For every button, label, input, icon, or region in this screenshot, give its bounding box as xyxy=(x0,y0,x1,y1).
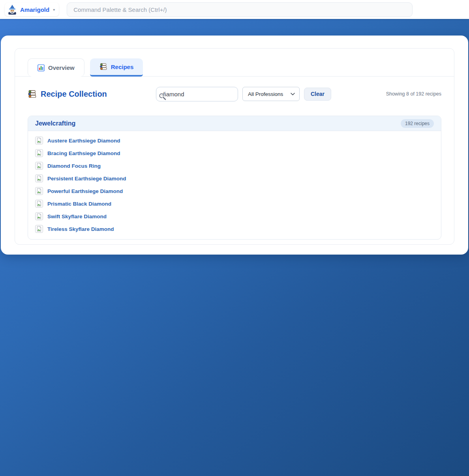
tab-overview[interactable]: Overview xyxy=(28,58,84,77)
character-page-card: Overview Recipes xyxy=(1,36,468,255)
character-menu[interactable]: Amarigold ▾ xyxy=(5,3,59,16)
profession-group-jewelcrafting: Jewelcrafting 192 recipes Austere Earths… xyxy=(28,116,441,240)
tabbed-panel: Overview Recipes xyxy=(15,48,454,245)
recipe-link[interactable]: Powerful Earthsiege Diamond xyxy=(28,185,441,197)
broken-image-icon xyxy=(35,200,43,208)
broken-image-icon xyxy=(35,187,43,195)
recipe-link[interactable]: Bracing Earthsiege Diamond xyxy=(28,147,441,159)
broken-image-icon xyxy=(35,174,43,182)
broken-image-icon xyxy=(35,137,43,144)
recipe-link[interactable]: Swift Skyflare Diamond xyxy=(28,210,441,223)
recipe-search-input[interactable] xyxy=(156,87,238,101)
hero-band xyxy=(0,19,469,36)
chevron-down-icon xyxy=(291,93,295,96)
recipe-controls-row: Recipe Collection All Professions xyxy=(28,85,441,103)
character-name: Amarigold xyxy=(20,6,49,13)
broken-image-icon xyxy=(35,149,43,157)
recipe-link[interactable]: Tireless Skyflare Diamond xyxy=(28,223,441,235)
tab-overview-label: Overview xyxy=(48,64,75,71)
recipe-count-badge: 192 recipes xyxy=(401,119,434,128)
clear-filters-button[interactable]: Clear xyxy=(304,88,331,101)
broken-image-icon xyxy=(35,162,43,170)
results-summary: Showing 8 of 192 recipes xyxy=(386,91,441,97)
broken-image-icon xyxy=(35,225,43,233)
top-header-bar: Amarigold ▾ xyxy=(0,0,469,19)
recipe-list: Austere Earthsiege Diamond Bracing Earth… xyxy=(28,131,441,239)
group-title: Jewelcrafting xyxy=(35,120,75,127)
group-header: Jewelcrafting 192 recipes xyxy=(28,116,441,131)
recipe-search-wrap xyxy=(156,87,238,101)
wizard-avatar-icon xyxy=(7,4,17,15)
bar-chart-icon xyxy=(38,64,45,71)
recipe-link[interactable]: Persistent Earthsiege Diamond xyxy=(28,172,441,185)
recipe-link[interactable]: Prismatic Black Diamond xyxy=(28,197,441,210)
recipe-collection-heading: Recipe Collection xyxy=(28,90,156,99)
recipe-link[interactable]: Diamond Focus Ring xyxy=(28,159,441,172)
tab-bar: Overview Recipes xyxy=(15,58,454,77)
broken-image-icon xyxy=(35,212,43,220)
tab-recipes-label: Recipes xyxy=(111,64,134,70)
books-icon xyxy=(28,90,37,99)
books-icon xyxy=(99,63,107,71)
recipe-link[interactable]: Austere Earthsiege Diamond xyxy=(28,134,441,147)
tab-recipes[interactable]: Recipes xyxy=(90,58,143,77)
caret-down-icon: ▾ xyxy=(53,7,55,12)
command-palette-search-input[interactable] xyxy=(67,2,413,17)
page-title: Recipe Collection xyxy=(41,90,107,99)
profession-filter-select[interactable]: All Professions xyxy=(242,87,300,101)
profession-filter-value: All Professions xyxy=(248,91,283,97)
